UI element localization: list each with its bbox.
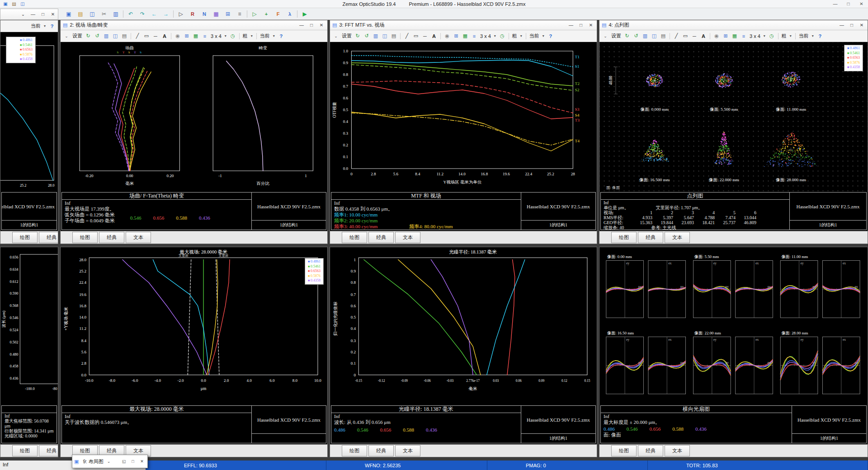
field-editor-icon[interactable]: F bbox=[274, 11, 283, 17]
app-close-button[interactable]: ✕ bbox=[855, 1, 868, 6]
print-icon[interactable]: ▤ bbox=[659, 33, 667, 39]
help-icon[interactable]: ? bbox=[277, 33, 285, 39]
draw-text-icon[interactable]: A bbox=[699, 33, 708, 39]
configuration-caret-icon[interactable]: ▾ bbox=[272, 34, 276, 38]
window1-titlebar[interactable]: ⌄ — □ ✕ bbox=[0, 9, 58, 20]
grid-icon[interactable]: ⊞ bbox=[722, 33, 730, 39]
table-icon[interactable]: ▦ bbox=[461, 33, 469, 39]
editors-icon[interactable]: ≡ bbox=[235, 11, 244, 17]
view-tab[interactable]: 绘图 bbox=[12, 232, 38, 243]
save-icon[interactable]: ◫ bbox=[111, 33, 119, 39]
draw-hline-icon[interactable]: ─ bbox=[690, 33, 698, 39]
configuration-select[interactable]: 当前 bbox=[30, 23, 42, 29]
settings-caret-icon[interactable]: ⌄ bbox=[601, 34, 609, 38]
floating-layout-window[interactable]: ▣ 9: 布局图 ⌄ ◱ □ ✕ bbox=[72, 455, 148, 468]
thickness-caret-icon[interactable]: ▾ bbox=[788, 34, 793, 38]
configuration-caret-icon[interactable]: ▾ bbox=[811, 34, 815, 38]
update-all-icon[interactable]: ↺ bbox=[93, 33, 101, 39]
minimize-button[interactable]: — bbox=[297, 23, 307, 28]
view-tab[interactable]: 经典 bbox=[39, 232, 58, 243]
copy-icon[interactable]: ▥ bbox=[111, 11, 120, 17]
forward-icon[interactable]: → bbox=[161, 11, 170, 17]
update-icon[interactable]: ↻ bbox=[623, 33, 631, 39]
help-icon[interactable]: ? bbox=[547, 33, 555, 39]
close-button[interactable]: ✕ bbox=[586, 23, 596, 28]
lens-data-icon[interactable]: ▦ bbox=[212, 11, 221, 17]
grid-icon[interactable]: ⊞ bbox=[452, 33, 460, 39]
view-tab[interactable]: 文本 bbox=[395, 445, 420, 456]
save-file-icon[interactable]: ◫ bbox=[88, 11, 97, 17]
configuration-caret-icon[interactable]: ▾ bbox=[541, 34, 546, 38]
close-button[interactable]: ✕ bbox=[316, 23, 326, 28]
view-tab[interactable]: 绘图 bbox=[12, 445, 38, 456]
view-tab[interactable]: 绘图 bbox=[611, 445, 637, 456]
maximize-button[interactable]: □ bbox=[129, 459, 137, 464]
overlay-icon[interactable]: ≡ bbox=[740, 33, 748, 39]
ray-trace-icon[interactable]: ▷ bbox=[176, 11, 185, 17]
view-tab[interactable]: 文本 bbox=[395, 232, 420, 243]
grid-size-select[interactable]: 3 x 4 bbox=[210, 33, 222, 39]
view-tab[interactable]: 经典 bbox=[99, 232, 124, 243]
view-tab[interactable]: 文本 bbox=[126, 232, 151, 243]
grid-size-caret-icon[interactable]: ▾ bbox=[493, 34, 497, 38]
window-titlebar[interactable]: ▤ 3: FFT MTF vs. 视场 — □ ✕ bbox=[330, 20, 597, 30]
view-tab[interactable]: 经典 bbox=[39, 445, 58, 456]
draw-rectangle-icon[interactable]: ▭ bbox=[412, 33, 420, 39]
window1-restore-button[interactable]: □ bbox=[38, 12, 48, 17]
print-icon[interactable]: ▤ bbox=[120, 33, 128, 39]
grid-size-select[interactable]: 3 x 4 bbox=[749, 33, 761, 39]
auto-update-icon[interactable]: ◷ bbox=[229, 33, 237, 39]
auto-update-icon[interactable]: ◷ bbox=[768, 33, 776, 39]
quick-open-icon[interactable]: ▤ bbox=[11, 1, 17, 6]
update-icon[interactable]: ↻ bbox=[84, 33, 92, 39]
grid-size-select[interactable]: 3 x 4 bbox=[479, 33, 492, 39]
settings-button[interactable]: 设置 bbox=[341, 33, 353, 39]
app-maximize-button[interactable]: □ bbox=[842, 1, 855, 6]
new-file-icon[interactable]: ▣ bbox=[64, 11, 73, 17]
configuration-caret-icon[interactable]: ▾ bbox=[42, 24, 47, 28]
help-icon[interactable]: ? bbox=[816, 33, 824, 39]
save-icon[interactable]: ◫ bbox=[381, 33, 389, 39]
print-icon[interactable]: ▤ bbox=[390, 33, 398, 39]
quick-save-icon[interactable]: ◫ bbox=[19, 1, 26, 6]
window1-close-button[interactable]: ✕ bbox=[48, 12, 58, 17]
thickness-caret-icon[interactable]: ▾ bbox=[519, 34, 524, 38]
draw-text-icon[interactable]: A bbox=[430, 33, 438, 39]
update-all-icon[interactable]: ↺ bbox=[363, 33, 371, 39]
restore-button[interactable]: ◱ bbox=[120, 459, 127, 464]
line-thickness-select[interactable]: 粗 bbox=[781, 33, 788, 39]
view-tab[interactable]: 文本 bbox=[665, 232, 690, 243]
restore-button[interactable]: □ bbox=[847, 23, 857, 28]
window-titlebar[interactable]: ▤ 2: 视场 场曲/畸变 — □ ✕ bbox=[61, 20, 327, 30]
analysis-icon[interactable]: ▷ bbox=[250, 11, 259, 17]
cut-icon[interactable]: ✂ bbox=[99, 11, 108, 17]
window1-pin-icon[interactable]: ⌄ bbox=[18, 12, 28, 17]
overlay-icon[interactable]: ≡ bbox=[201, 33, 209, 39]
view-tab[interactable]: 经典 bbox=[638, 445, 663, 456]
draw-line-icon[interactable]: ╱ bbox=[133, 33, 142, 39]
overlay-icon[interactable]: ≡ bbox=[470, 33, 478, 39]
view-tab[interactable]: 绘图 bbox=[611, 232, 637, 243]
restore-button[interactable]: □ bbox=[307, 23, 316, 28]
update-all-icon[interactable]: ↺ bbox=[632, 33, 640, 39]
view-tab[interactable]: 绘图 bbox=[342, 232, 367, 243]
pointer-icon[interactable]: ◉ bbox=[712, 33, 721, 39]
save-icon[interactable]: ◫ bbox=[650, 33, 658, 39]
view-tab[interactable]: 绘图 bbox=[72, 232, 98, 243]
close-button[interactable]: ✕ bbox=[857, 23, 867, 28]
table-icon[interactable]: ▦ bbox=[731, 33, 739, 39]
settings-button[interactable]: 设置 bbox=[71, 33, 83, 39]
settings-caret-icon[interactable]: ⌄ bbox=[332, 34, 340, 38]
undo-icon[interactable]: ↶ bbox=[126, 11, 135, 17]
app-minimize-button[interactable]: — bbox=[829, 1, 842, 6]
open-file-icon[interactable]: ▤ bbox=[76, 11, 85, 17]
minimize-button[interactable]: — bbox=[566, 23, 576, 28]
configuration-select[interactable]: 当前 bbox=[528, 33, 540, 39]
run-macro-icon[interactable]: ▶ bbox=[300, 11, 309, 17]
minimize-button[interactable]: — bbox=[837, 23, 847, 28]
view-tab[interactable]: 经典 bbox=[368, 232, 394, 243]
thickness-caret-icon[interactable]: ▾ bbox=[250, 34, 254, 38]
grid-size-caret-icon[interactable]: ▾ bbox=[762, 34, 767, 38]
app-menu-icon[interactable]: ▣ bbox=[2, 1, 9, 6]
configuration-select[interactable]: 当前 bbox=[259, 33, 271, 39]
